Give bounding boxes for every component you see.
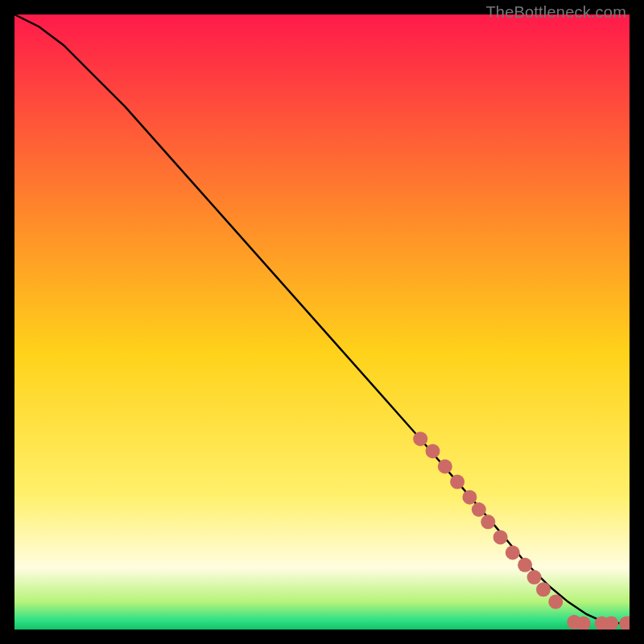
- scatter-dot: [462, 490, 477, 505]
- chart-frame: [14, 14, 630, 630]
- scatter-dot: [527, 570, 542, 584]
- scatter-dot: [518, 558, 532, 572]
- scatter-dot: [493, 530, 508, 544]
- scatter-dot: [481, 514, 495, 529]
- watermark-text: TheBottleneck.com: [485, 3, 626, 22]
- scatter-dot: [426, 444, 440, 458]
- scatter-dot: [438, 460, 452, 474]
- scatter-dot: [506, 546, 520, 560]
- scatter-dot: [548, 595, 563, 609]
- chart-svg: [14, 14, 630, 630]
- gradient-bg: [14, 14, 630, 630]
- scatter-dot: [413, 431, 427, 446]
- scatter-dot: [450, 475, 464, 489]
- scatter-dot: [472, 502, 486, 517]
- scatter-dot: [536, 582, 551, 597]
